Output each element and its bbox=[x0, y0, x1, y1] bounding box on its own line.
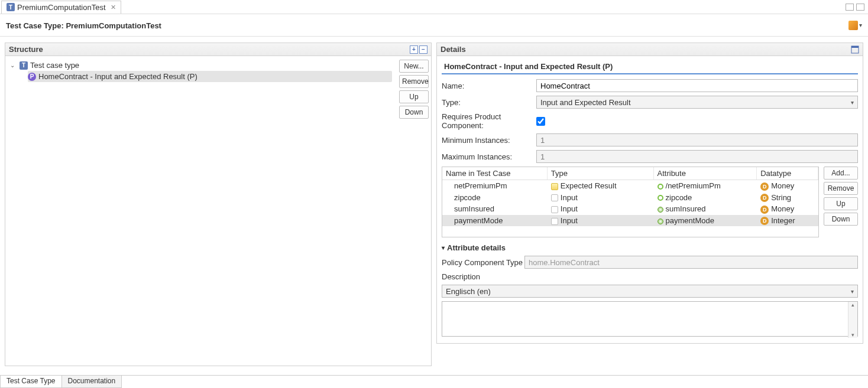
col-name[interactable]: Name in Test Case bbox=[442, 167, 547, 180]
tab-documentation[interactable]: Documentation bbox=[62, 376, 122, 388]
scrollbar[interactable]: ▴▾ bbox=[848, 302, 857, 338]
datatype-icon: D bbox=[760, 182, 769, 191]
table-row[interactable]: netPremiumPmExpected Result/netPremiumPm… bbox=[442, 180, 818, 192]
cell-name: paymentMode bbox=[442, 215, 547, 227]
description-wrap: ▴▾ bbox=[442, 301, 858, 338]
col-attr[interactable]: Attribute bbox=[653, 167, 757, 180]
page-title-prefix: Test Case Type: bbox=[6, 21, 66, 30]
requires-checkbox[interactable] bbox=[536, 117, 545, 126]
description-label: Description bbox=[442, 272, 858, 281]
maximize-section-icon[interactable] bbox=[851, 45, 859, 54]
cell-attribute: paymentMode bbox=[653, 215, 757, 227]
language-select-value: Englisch (en) bbox=[446, 287, 491, 296]
chevron-down-icon: ▾ bbox=[851, 99, 854, 106]
details-body: HomeContract - Input and Expected Result… bbox=[436, 56, 863, 344]
tab-test-case-type[interactable]: Test Case Type bbox=[0, 376, 62, 388]
editor-tab[interactable]: T PremiumComputationTest ✕ bbox=[1, 1, 121, 14]
brand-icon[interactable] bbox=[848, 21, 858, 30]
title-actions: ▾ bbox=[848, 21, 862, 30]
attribute-buttons: Add... Remove Up Down bbox=[824, 167, 858, 237]
cell-datatype: DInteger bbox=[757, 215, 818, 227]
add-attribute-button[interactable]: Add... bbox=[824, 167, 858, 180]
attribute-down-button[interactable]: Down bbox=[824, 213, 858, 226]
max-label: Maximum Instances: bbox=[442, 152, 536, 161]
cell-type: Expected Result bbox=[547, 180, 653, 192]
chevron-down-icon: ▾ bbox=[851, 288, 854, 295]
expand-all-button[interactable]: + bbox=[410, 45, 418, 54]
tree-root[interactable]: ⌄ T Test case type bbox=[10, 60, 392, 71]
test-case-type-icon: T bbox=[20, 61, 28, 70]
col-type[interactable]: Type bbox=[547, 167, 653, 180]
datatype-icon: D bbox=[760, 194, 769, 202]
attribute-icon bbox=[658, 195, 663, 201]
attribute-details-toggle[interactable]: ▾ Attribute details bbox=[442, 243, 858, 252]
min-input[interactable] bbox=[536, 133, 858, 146]
details-header-label: Details bbox=[441, 45, 466, 54]
remove-button[interactable]: Remove bbox=[399, 75, 429, 88]
max-input[interactable] bbox=[536, 150, 858, 163]
maximize-button[interactable] bbox=[856, 4, 864, 11]
down-button[interactable]: Down bbox=[399, 106, 429, 119]
tree-root-label: Test case type bbox=[30, 61, 79, 70]
cell-datatype: DMoney bbox=[757, 203, 818, 215]
bottom-tab-bar: Test Case Type Documentation bbox=[0, 375, 868, 388]
cell-datatype: DString bbox=[757, 192, 818, 204]
cell-type: Input bbox=[547, 215, 653, 227]
type-icon bbox=[551, 206, 558, 213]
page-title-row: Test Case Type: PremiumComputationTest ▾ bbox=[0, 14, 868, 37]
attribute-up-button[interactable]: Up bbox=[824, 197, 858, 210]
tree-child-label: HomeContract - Input and Expected Result… bbox=[38, 72, 197, 81]
attribute-details-label: Attribute details bbox=[447, 243, 506, 252]
cell-name: zipcode bbox=[442, 192, 547, 204]
language-select[interactable]: Englisch (en) ▾ bbox=[442, 285, 858, 298]
cell-attribute: /netPremiumPm bbox=[653, 180, 757, 192]
cell-attribute: sumInsured bbox=[653, 203, 757, 215]
policy-component-type-input[interactable] bbox=[524, 256, 858, 269]
triangle-down-icon: ▾ bbox=[442, 244, 445, 251]
table-row[interactable]: sumInsuredInputsumInsuredDMoney bbox=[442, 203, 818, 215]
minimize-button[interactable] bbox=[846, 4, 854, 11]
table-row[interactable]: paymentModeInputpaymentModeDInteger bbox=[442, 215, 818, 227]
cell-name: netPremiumPm bbox=[442, 180, 547, 192]
cell-datatype: DMoney bbox=[757, 180, 818, 192]
name-label: Name: bbox=[442, 81, 536, 90]
type-select-value: Input and Expected Result bbox=[540, 98, 631, 107]
structure-body: ⌄ T Test case type P HomeContract - Inpu… bbox=[5, 56, 432, 366]
type-select[interactable]: Input and Expected Result ▾ bbox=[536, 96, 858, 109]
chevron-down-icon[interactable]: ▾ bbox=[859, 22, 862, 28]
attribute-table[interactable]: Name in Test Case Type Attribute Datatyp… bbox=[442, 167, 819, 237]
tree-child-home-contract[interactable]: P HomeContract - Input and Expected Resu… bbox=[28, 71, 392, 82]
attribute-icon bbox=[658, 207, 663, 213]
new-button[interactable]: New... bbox=[399, 60, 429, 73]
structure-panel: Structure + − ⌄ T Test case type P HomeC… bbox=[5, 43, 432, 366]
collapse-all-button[interactable]: − bbox=[419, 45, 427, 54]
cell-name: sumInsured bbox=[442, 203, 547, 215]
table-row[interactable]: zipcodeInputzipcodeDString bbox=[442, 192, 818, 204]
tree-expand-icon[interactable]: ⌄ bbox=[10, 62, 17, 69]
name-input[interactable] bbox=[536, 79, 858, 92]
structure-header-label: Structure bbox=[9, 45, 43, 54]
type-icon bbox=[551, 218, 558, 225]
tree[interactable]: ⌄ T Test case type P HomeContract - Inpu… bbox=[5, 56, 397, 366]
min-label: Minimum Instances: bbox=[442, 136, 536, 145]
attribute-section: Name in Test Case Type Attribute Datatyp… bbox=[442, 167, 858, 237]
main-split: Structure + − ⌄ T Test case type P HomeC… bbox=[0, 37, 868, 369]
tab-title: PremiumComputationTest bbox=[17, 3, 106, 12]
col-datatype[interactable]: Datatype bbox=[757, 167, 818, 180]
type-label: Type: bbox=[442, 98, 536, 107]
close-icon[interactable]: ✕ bbox=[111, 4, 116, 11]
structure-header: Structure + − bbox=[5, 43, 432, 56]
datatype-icon: D bbox=[760, 217, 769, 225]
description-textarea[interactable] bbox=[442, 301, 858, 337]
requires-label: Requires Product Component: bbox=[442, 112, 536, 130]
details-panel: Details HomeContract - Input and Expecte… bbox=[436, 43, 863, 366]
test-case-type-icon: T bbox=[7, 3, 15, 11]
cell-type: Input bbox=[547, 203, 653, 215]
policy-component-type-label: Policy Component Type bbox=[442, 258, 524, 267]
editor-tab-bar: T PremiumComputationTest ✕ bbox=[0, 0, 868, 14]
datatype-icon: D bbox=[760, 206, 769, 214]
remove-attribute-button[interactable]: Remove bbox=[824, 182, 858, 195]
table-row-empty bbox=[442, 226, 818, 237]
parameter-icon: P bbox=[28, 73, 36, 81]
up-button[interactable]: Up bbox=[399, 90, 429, 103]
